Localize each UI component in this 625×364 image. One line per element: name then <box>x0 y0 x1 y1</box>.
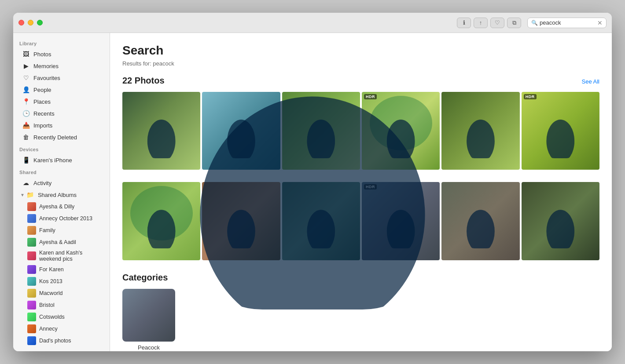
album-thumb <box>27 265 36 274</box>
album-label: Bristol <box>39 302 55 308</box>
peacock-silhouette <box>146 115 177 158</box>
album-thumb <box>27 202 36 211</box>
categories-title: Categories <box>122 273 168 283</box>
album-label: Kos 2013 <box>39 278 62 284</box>
album-item-annecy-2013[interactable]: Annecy October 2013 <box>16 213 107 224</box>
memories-icon: ▶ <box>22 62 30 70</box>
share-button[interactable]: ↑ <box>474 18 488 28</box>
sidebar-item-recently-deleted[interactable]: 🗑 Recently Deleted <box>16 131 107 143</box>
album-item-ayesha-aadil[interactable]: Ayesha & Aadil <box>16 237 107 248</box>
album-item-karen-kash[interactable]: Karen and Kash's weekend pics <box>16 248 107 263</box>
sidebar-item-memories[interactable]: ▶ Memories <box>16 60 107 72</box>
album-label: Macworld <box>39 290 63 296</box>
album-label: Family <box>39 227 55 233</box>
photo-cell[interactable] <box>441 92 519 170</box>
sidebar-item-label: Shared Albums <box>38 192 77 198</box>
album-item-dads-photos[interactable]: Dad's photos <box>16 335 107 346</box>
imports-icon: 📥 <box>22 121 30 129</box>
album-item-kos-2013[interactable]: Kos 2013 <box>16 276 107 287</box>
heart-icon: ♡ <box>495 19 500 26</box>
sidebar-item-label: Places <box>33 98 51 105</box>
people-icon: 👤 <box>22 86 30 94</box>
album-label: Ayesha & Aadil <box>39 239 76 245</box>
heart-button[interactable]: ♡ <box>490 18 504 28</box>
sidebar-item-recents[interactable]: 🕒 Recents <box>16 108 107 119</box>
album-item-bristol[interactable]: Bristol <box>16 299 107 311</box>
peacock-silhouette <box>465 115 496 158</box>
album-thumb <box>27 289 36 298</box>
peacock-silhouette <box>545 206 576 249</box>
album-label: Annecy October 2013 <box>39 215 92 222</box>
album-label: Dad's photos <box>39 338 71 344</box>
album-thumb <box>27 214 36 223</box>
shared-albums-icon: 📁 <box>26 191 34 199</box>
sidebar: Library 🖼 Photos ▶ Memories ♡ Favourites… <box>13 33 110 351</box>
album-thumb <box>27 336 36 345</box>
category-thumb <box>122 289 175 342</box>
sidebar-item-label: Karen's iPhone <box>33 157 72 164</box>
recents-icon: 🕒 <box>22 109 30 117</box>
sidebar-item-places[interactable]: 📍 Places <box>16 96 107 107</box>
search-bar[interactable]: 🔍 ✕ <box>527 18 607 28</box>
sidebar-item-label: Recently Deleted <box>33 134 77 141</box>
minimize-button[interactable] <box>28 20 33 25</box>
album-label: For Karen <box>39 266 64 273</box>
category-card-peacock[interactable]: Peacock <box>122 289 175 351</box>
album-item-family[interactable]: Family <box>16 225 107 236</box>
photos-section-header: 22 Photos See All <box>122 76 599 86</box>
album-thumb <box>27 226 36 235</box>
sidebar-item-favourites[interactable]: ♡ Favourites <box>16 72 107 84</box>
results-text: Results for: peacock <box>122 60 599 67</box>
traffic-lights <box>18 20 43 25</box>
photo-cell[interactable] <box>441 182 519 260</box>
album-item-macworld[interactable]: Macworld <box>16 288 107 299</box>
peacock-silhouette <box>545 115 576 158</box>
album-thumb <box>27 277 36 286</box>
photos-section-title: 22 Photos <box>122 76 165 86</box>
info-button[interactable]: ℹ <box>457 18 471 28</box>
album-item-for-karen[interactable]: For Karen <box>16 264 107 275</box>
photo-cell[interactable] <box>522 182 599 260</box>
devices-header: Devices <box>13 143 110 154</box>
photo-cell[interactable]: HDR <box>522 92 599 170</box>
page-title: Search <box>122 44 599 58</box>
close-button[interactable] <box>18 20 24 25</box>
sidebar-item-imports[interactable]: 📥 Imports <box>16 120 107 131</box>
sidebar-item-activity[interactable]: ☁ Activity <box>16 177 107 189</box>
photo-cell[interactable] <box>122 92 200 170</box>
sidebar-item-label: Activity <box>33 180 51 186</box>
search-input[interactable] <box>540 19 592 26</box>
sidebar-item-label: Favourites <box>33 75 60 81</box>
sidebar-item-label: Photos <box>33 51 51 58</box>
album-label: Cotswolds <box>39 314 65 320</box>
hdr-badge: HDR <box>364 94 377 99</box>
album-thumb <box>27 313 36 321</box>
sidebar-item-label: People <box>33 87 51 93</box>
album-item-annecy[interactable]: Annecy <box>16 323 107 335</box>
see-all-link[interactable]: See All <box>582 78 599 85</box>
album-label: Ayesha & Dilly <box>39 204 74 210</box>
categories-section: Categories Peacock <box>122 273 599 351</box>
slideshow-button[interactable]: ⧉ <box>507 18 521 28</box>
category-label: Peacock <box>122 344 175 351</box>
sidebar-item-shared-albums[interactable]: ▼ 📁 Shared Albums <box>16 189 107 200</box>
maximize-button[interactable] <box>37 20 43 25</box>
album-thumb <box>27 251 36 260</box>
chevron-down-icon: ▼ <box>20 193 25 197</box>
album-thumb <box>27 238 36 247</box>
album-item-ayesha-dilly[interactable]: Ayesha & Dilly <box>16 201 107 212</box>
album-thumb <box>27 301 36 309</box>
album-item-cotswolds[interactable]: Cotswolds <box>16 311 107 323</box>
content-area: Search Results for: peacock 22 Photos Se… <box>110 33 612 351</box>
search-clear-icon[interactable]: ✕ <box>597 19 603 26</box>
album-label: Annecy <box>39 326 58 332</box>
sidebar-item-people[interactable]: 👤 People <box>16 84 107 95</box>
titlebar-actions: ℹ ↑ ♡ ⧉ 🔍 ✕ <box>457 18 607 28</box>
photo-cell[interactable] <box>122 182 200 260</box>
sidebar-item-iphone[interactable]: 📱 Karen's iPhone <box>16 154 107 166</box>
hdr-badge: HDR <box>524 94 537 99</box>
places-icon: 📍 <box>22 98 30 106</box>
sidebar-item-photos[interactable]: 🖼 Photos <box>16 48 107 60</box>
library-header: Library <box>13 37 110 48</box>
slideshow-icon: ⧉ <box>512 19 516 26</box>
